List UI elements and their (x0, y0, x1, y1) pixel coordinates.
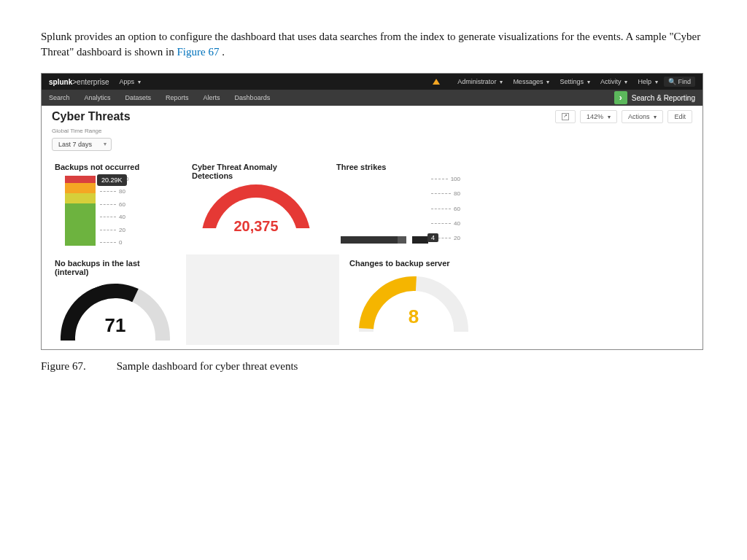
tick-label: 0 (119, 239, 122, 246)
nav-alerts[interactable]: Alerts (204, 94, 220, 101)
panel-title: No backups in the last (interval) (55, 259, 176, 276)
tick-label: 80 (454, 190, 460, 197)
nav-analytics[interactable]: Analytics (85, 94, 111, 101)
tick-label: 60 (119, 201, 125, 208)
splunk-topbar: splunk>enterprise Apps Administrator Mes… (42, 74, 703, 90)
panel-empty (186, 254, 339, 345)
gauge-value: 8 (359, 306, 468, 328)
figure-reference-link[interactable]: Figure 67 (177, 46, 220, 58)
nav-search[interactable]: Search (49, 94, 70, 101)
panel-changes-backup-server: Changes to backup server 8 (344, 254, 484, 345)
nav-datasets[interactable]: Datasets (125, 94, 152, 101)
panel-title: Changes to backup server (349, 259, 478, 268)
caption-text: Sample dashboard for cyber threat events (117, 360, 298, 372)
gauge-value: 20,375 (201, 218, 311, 235)
filter-bar: Global Time Range Last 7 days (42, 125, 703, 158)
tick-label: 20 (119, 227, 125, 233)
gauge-chart-black: 71 (61, 281, 170, 341)
panel-no-backups-interval: No backups in the last (interval) 71 (49, 254, 182, 345)
panel-title: Backups not occurred (55, 163, 176, 171)
tick-label: 20 (454, 235, 460, 241)
panel-row-1: Backups not occurred 20.29K 100 80 60 40 (42, 158, 703, 254)
apps-menu[interactable]: Apps (120, 78, 142, 85)
body-paragraph: Splunk provides an option to configure t… (41, 29, 706, 60)
body-text-post: . (219, 46, 225, 58)
brand-logo: splunk>enterprise (49, 78, 109, 86)
find-input[interactable]: 🔍 Find (664, 77, 695, 87)
stacked-bar-chart: 20.29K 100 80 60 40 20 0 (55, 176, 176, 246)
bar-segment-red (65, 176, 96, 183)
tick-label: 80 (119, 188, 125, 195)
dashboard-title: Cyber Threats (52, 110, 551, 123)
horizontal-bar: 4 (341, 236, 428, 244)
panel-title: Three strikes (336, 163, 465, 171)
bar-column: 20.29K (65, 176, 96, 246)
bar-tooltip: 20.29K (97, 174, 127, 186)
caption-label: Figure 67. (41, 360, 114, 373)
bar-segment-yellow (65, 193, 96, 203)
dashboard-titlebar: Cyber Threats 142% Actions Edit (42, 106, 703, 125)
settings-menu[interactable]: Settings (560, 78, 590, 85)
three-strikes-chart: 100 80 60 40 20 4 (336, 176, 465, 246)
gauge-value: 71 (61, 314, 170, 337)
panel-three-strikes: Three strikes 100 80 60 40 20 4 (330, 158, 471, 250)
y-axis: 100 80 60 40 20 0 (96, 176, 176, 246)
fullscreen-button[interactable] (555, 110, 576, 123)
panel-title: Cyber Threat Anomaly Detections (192, 163, 320, 180)
help-menu[interactable]: Help (638, 78, 658, 85)
figure-caption: Figure 67. Sample dashboard for cyber th… (41, 360, 706, 373)
panel-backups-not-occurred: Backups not occurred 20.29K 100 80 60 40 (49, 158, 182, 250)
expand-icon (562, 113, 569, 120)
gauge-chart-red: 20,375 (201, 184, 311, 243)
actions-menu[interactable]: Actions (622, 110, 664, 123)
edit-button[interactable]: Edit (667, 110, 692, 123)
bar-segment-green (65, 203, 96, 246)
gauge-chart-yellow: 8 (359, 272, 468, 332)
activity-menu[interactable]: Activity (600, 78, 628, 85)
warning-icon[interactable] (433, 79, 440, 85)
bar-segment-orange (65, 183, 96, 193)
panel-anomaly-detections: Cyber Threat Anomaly Detections 20,375 (186, 158, 326, 250)
nav-dashboards[interactable]: Dashboards (235, 94, 271, 101)
app-nav: Search Analytics Datasets Reports Alerts… (42, 90, 703, 106)
app-label: Search & Reporting (632, 94, 695, 102)
tick-label: 60 (454, 206, 460, 212)
figure-screenshot: splunk>enterprise Apps Administrator Mes… (41, 73, 703, 350)
panel-row-2: No backups in the last (interval) 71 Cha… (42, 254, 703, 349)
tick-label: 40 (454, 220, 460, 227)
bar-value: 4 (427, 233, 438, 242)
messages-menu[interactable]: Messages (513, 78, 549, 85)
body-text-pre: Splunk provides an option to configure t… (41, 31, 700, 58)
time-range-select[interactable]: Last 7 days (52, 138, 112, 151)
tick-label: 40 (119, 214, 125, 220)
tick-label: 100 (451, 176, 460, 182)
nav-reports[interactable]: Reports (166, 94, 189, 101)
zoom-select[interactable]: 142% (580, 110, 617, 123)
administrator-menu[interactable]: Administrator (457, 78, 503, 85)
time-range-label: Global Time Range (52, 128, 692, 134)
y-axis: 100 80 60 40 20 (431, 176, 460, 241)
app-icon: › (614, 91, 627, 104)
